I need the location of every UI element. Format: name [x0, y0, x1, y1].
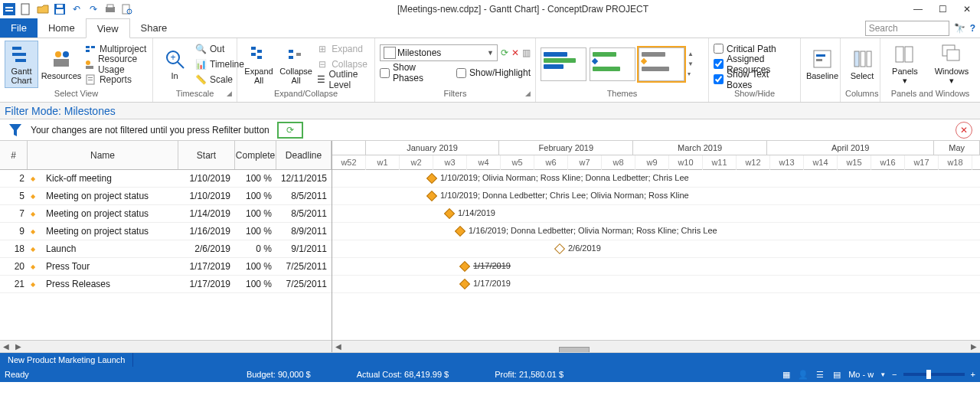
milestone-label: 1/14/2019 [458, 208, 495, 217]
theme-2[interactable] [590, 47, 635, 81]
theme-1[interactable] [541, 47, 586, 81]
undo-icon[interactable]: ↶ [70, 3, 83, 15]
redo-icon[interactable]: ↷ [87, 3, 100, 15]
resource-usage-button[interactable]: Resource Usage [84, 57, 148, 71]
grid-hscroll[interactable]: ◀▶ [0, 340, 332, 352]
select-columns-button[interactable]: Select [845, 41, 879, 88]
svg-rect-24 [88, 80, 93, 80]
col-complete[interactable]: Complete [235, 141, 276, 169]
svg-rect-38 [854, 51, 859, 67]
theme-3[interactable] [639, 47, 684, 81]
windows-button[interactable]: Windows ▾ [928, 41, 975, 88]
preview-icon[interactable] [121, 3, 133, 15]
milestone-icon[interactable] [459, 261, 470, 272]
filter-combo[interactable]: Milestones▼ [380, 44, 498, 61]
open-icon[interactable] [37, 3, 49, 15]
grid-header: # Name Start Complete Deadline [0, 141, 332, 170]
maximize-button[interactable]: ☐ [937, 4, 948, 15]
print-icon[interactable] [104, 3, 116, 15]
table-row[interactable]: 5Meeting on project status1/10/2019100 %… [0, 188, 332, 205]
zoom-out-icon[interactable]: − [892, 370, 897, 379]
expand-all-button[interactable]: ExpandAll [242, 41, 276, 88]
month-header: January 2019 [366, 141, 500, 155]
theme-more-icon[interactable]: ▾ [688, 70, 694, 77]
status-icon-1[interactable]: ▦ [781, 369, 792, 380]
col-deadline[interactable]: Deadline [276, 141, 332, 169]
col-name[interactable]: Name [28, 141, 178, 169]
search-input[interactable]: Search [865, 21, 949, 36]
minimize-button[interactable]: — [913, 4, 923, 15]
outline-level-button[interactable]: ☰Outline Level [316, 73, 370, 87]
zoom-dropdown-icon[interactable]: ▼ [880, 371, 886, 378]
doc-tab[interactable]: New Product Marketing Launch [0, 353, 133, 367]
milestone-icon[interactable] [455, 226, 466, 237]
show-phases-checkbox[interactable]: Show Phases [380, 66, 449, 80]
col-num[interactable]: # [0, 141, 28, 169]
new-icon[interactable] [20, 3, 32, 15]
zoom-in-icon[interactable]: + [971, 370, 975, 379]
gantt-chart-button[interactable]: GanttChart [5, 41, 38, 88]
gantt-row: 1/16/2019; Donna Ledbetter; Olivia Norma… [332, 223, 980, 240]
svg-rect-16 [54, 59, 69, 67]
close-button[interactable]: ✕ [962, 4, 972, 15]
milestone-label: 1/17/2019 [473, 261, 511, 270]
week-header: w13 [770, 155, 804, 170]
svg-rect-42 [905, 47, 913, 62]
status-icon-3[interactable]: ☰ [815, 369, 825, 380]
milestone-icon[interactable] [459, 279, 470, 289]
tab-file[interactable]: File [0, 18, 38, 38]
new-filter-icon[interactable]: ▥ [522, 47, 531, 58]
milestone-icon[interactable] [426, 191, 437, 201]
gantt-row: 2/6/2019 [332, 240, 980, 258]
week-header: w12 [737, 155, 770, 170]
zoom-slider[interactable] [903, 373, 965, 376]
show-highlight-checkbox[interactable]: Show/Highlight [456, 66, 531, 80]
milestone-icon[interactable] [444, 208, 455, 219]
app-icon [3, 3, 15, 15]
table-row[interactable]: 7Meeting on project status1/14/2019100 %… [0, 205, 332, 223]
svg-rect-1 [5, 7, 13, 8]
baseline-button[interactable]: Baseline [805, 41, 839, 88]
table-row[interactable]: 20Press Tour1/17/2019100 %7/25/2011 [0, 258, 332, 276]
svg-rect-3 [21, 4, 29, 15]
table-row[interactable]: 18Launch2/6/20190 %9/1/2011 [0, 240, 332, 258]
resources-button[interactable]: Resources [41, 41, 81, 88]
svg-point-20 [86, 60, 90, 65]
milestone-icon[interactable] [554, 243, 565, 254]
reports-button[interactable]: Reports [84, 73, 148, 87]
theme-down-icon[interactable]: ▼ [688, 60, 694, 67]
tab-share[interactable]: Share [130, 18, 178, 38]
binoculars-icon[interactable]: 🔭 [954, 23, 965, 34]
clear-filter-icon[interactable]: ✕ [511, 47, 519, 58]
save-icon[interactable] [54, 3, 66, 15]
expand-button[interactable]: ⊞Expand [316, 42, 370, 56]
menu-tabs: File Home View Share Search 🔭 ? [0, 18, 980, 38]
show-text-boxes-checkbox[interactable]: Show Text Boxes [714, 73, 795, 87]
close-filter-button[interactable]: ✕ [956, 122, 972, 139]
window-title: [Meetings-new.cdpz] - Gantt Chart] - Con… [133, 4, 913, 15]
help-icon[interactable]: ? [970, 23, 975, 34]
tab-home[interactable]: Home [38, 18, 86, 38]
timeline-hscroll[interactable]: ◀ ▶ [332, 340, 980, 352]
ribbon: GanttChart Resources Multiproject Resour… [0, 38, 980, 103]
refilter-button[interactable]: ⟳ [277, 122, 303, 139]
milestone-icon[interactable] [426, 173, 437, 184]
table-row[interactable]: 2Kick-off meeting1/10/2019100 %12/11/201… [0, 170, 332, 188]
refilter-icon[interactable]: ⟳ [501, 47, 508, 58]
zoom-in-button[interactable]: + In [158, 41, 191, 88]
month-header: March 2019 [633, 141, 767, 155]
col-start[interactable]: Start [178, 141, 235, 169]
table-row[interactable]: 9Meeting on project status1/16/2019100 %… [0, 223, 332, 240]
status-icon-2[interactable]: 👤 [798, 369, 808, 380]
titlebar: ↶ ↷ [Meetings-new.cdpz] - Gantt Chart] -… [0, 0, 980, 18]
tab-view[interactable]: View [86, 18, 130, 38]
theme-up-icon[interactable]: ▲ [688, 51, 694, 57]
panels-button[interactable]: Panels ▾ [885, 41, 925, 88]
table-row[interactable]: 21Press Releases1/17/2019100 %7/25/2011 [0, 276, 332, 293]
svg-text:+: + [170, 52, 175, 63]
gantt-row: 1/17/2019 [332, 276, 980, 293]
svg-rect-17 [86, 46, 90, 48]
collapse-all-button[interactable]: CollapseAll [279, 41, 313, 88]
week-header: w1 [366, 155, 400, 170]
status-icon-4[interactable]: ▤ [831, 369, 842, 380]
